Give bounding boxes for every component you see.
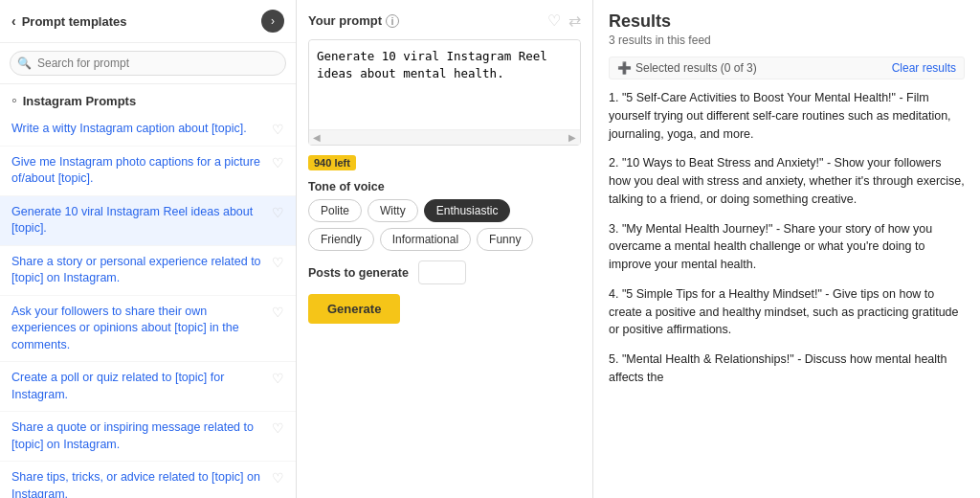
heart-icon[interactable]: ♡ [272, 305, 284, 320]
prompt-item-text: Share tips, tricks, or advice related to… [11, 469, 266, 498]
heart-icon[interactable]: ♡ [272, 205, 284, 220]
search-wrapper: 🔍 [10, 51, 286, 76]
clear-results-button[interactable]: Clear results [892, 61, 956, 75]
back-nav[interactable]: ‹ Prompt templates [11, 13, 126, 29]
prompt-header: Your prompt i ♡ ⇄ [308, 11, 581, 30]
results-title: Results [609, 11, 965, 32]
search-input[interactable] [10, 51, 286, 76]
tone-section: Tone of voice PoliteWittyEnthusiasticFri… [308, 180, 581, 251]
prompt-item[interactable]: Create a poll or quiz related to [topic]… [0, 362, 296, 412]
prompt-textarea[interactable]: Generate 10 viral Instagram Reel ideas a… [309, 40, 580, 126]
prompt-item[interactable]: Share a quote or inspiring message relat… [0, 412, 296, 462]
prompt-item-text: Generate 10 viral Instagram Reel ideas a… [11, 204, 266, 238]
tone-button-funny[interactable]: Funny [477, 228, 533, 251]
prompt-item[interactable]: Ask your followers to share their own ex… [0, 296, 296, 363]
prompt-actions: ♡ ⇄ [547, 11, 581, 30]
chars-left-wrapper: 940 left [308, 155, 581, 170]
results-panel: Results 3 results in this feed ➕ Selecte… [593, 0, 980, 498]
section-title: Instagram Prompts [23, 94, 136, 108]
shuffle-icon[interactable]: ⇄ [568, 11, 581, 30]
tone-button-informational[interactable]: Informational [380, 228, 471, 251]
selected-results-info: ➕ Selected results (0 of 3) [617, 61, 757, 75]
search-icon: 🔍 [17, 57, 32, 70]
scroll-left-indicator: ◀ [313, 132, 321, 143]
sidebar: ‹ Prompt templates › 🔍 ◦ Instagram Promp… [0, 0, 297, 498]
chars-left-badge: 940 left [308, 155, 356, 170]
results-list: 1. "5 Self-Care Activities to Boost Your… [609, 89, 965, 387]
selected-label: Selected results (0 of 3) [635, 61, 757, 75]
tone-button-friendly[interactable]: Friendly [308, 228, 374, 251]
result-item: 3. "My Mental Health Journey!" - Share y… [609, 220, 965, 274]
prompt-label: Your prompt [308, 13, 382, 28]
middle-panel: Your prompt i ♡ ⇄ Generate 10 viral Inst… [297, 0, 593, 498]
heart-icon[interactable]: ♡ [272, 371, 284, 386]
prompt-item[interactable]: Share a story or personal experience rel… [0, 246, 296, 296]
prompt-item-text: Create a poll or quiz related to [topic]… [11, 370, 266, 403]
heart-icon[interactable]: ♡ [272, 155, 284, 170]
prompt-textarea-wrapper: Generate 10 viral Instagram Reel ideas a… [308, 39, 581, 146]
prompt-item-text: Write a witty Instagram caption about [t… [11, 121, 266, 138]
generate-button[interactable]: Generate [308, 294, 400, 324]
back-icon: ‹ [11, 13, 16, 29]
prompt-item-text: Share a story or personal experience rel… [11, 254, 266, 287]
info-icon[interactable]: i [386, 14, 399, 28]
sidebar-title: Prompt templates [22, 14, 127, 29]
heart-icon[interactable]: ♡ [272, 255, 284, 270]
heart-icon[interactable]: ♡ [272, 470, 284, 486]
tone-label: Tone of voice [308, 180, 581, 193]
instagram-icon: ◦ [11, 92, 17, 109]
section-label: ◦ Instagram Prompts [0, 84, 296, 113]
result-item: 2. "10 Ways to Beat Stress and Anxiety!"… [609, 154, 965, 208]
posts-input[interactable]: 3 [418, 260, 466, 284]
tone-button-polite[interactable]: Polite [308, 199, 362, 222]
tone-button-witty[interactable]: Witty [368, 199, 418, 222]
result-item: 4. "5 Simple Tips for a Healthy Mindset!… [609, 285, 965, 339]
scroll-right-indicator: ▶ [568, 132, 576, 143]
heart-icon[interactable]: ♡ [272, 420, 284, 436]
results-toolbar: ➕ Selected results (0 of 3) Clear result… [609, 57, 965, 79]
result-item: 5. "Mental Health & Relationships!" - Di… [609, 351, 965, 387]
prompt-item-text: Ask your followers to share their own ex… [11, 304, 266, 354]
result-item: 1. "5 Self-Care Activities to Boost Your… [609, 89, 965, 143]
prompt-list: Write a witty Instagram caption about [t… [0, 113, 296, 498]
heart-icon[interactable]: ♡ [272, 122, 284, 137]
plus-icon[interactable]: ➕ [617, 61, 632, 75]
prompt-title-area: Your prompt i [308, 13, 399, 28]
sidebar-header: ‹ Prompt templates › [0, 0, 296, 43]
prompt-item-text: Give me Instagram photo captions for a p… [11, 154, 266, 188]
prompt-item[interactable]: Generate 10 viral Instagram Reel ideas a… [0, 196, 296, 246]
search-bar-container: 🔍 [0, 43, 296, 84]
posts-section: Posts to generate 3 [308, 260, 581, 284]
prompt-item-text: Share a quote or inspiring message relat… [11, 419, 266, 453]
sidebar-toggle-button[interactable]: › [261, 10, 284, 33]
prompt-item[interactable]: Give me Instagram photo captions for a p… [0, 147, 296, 196]
tone-buttons: PoliteWittyEnthusiasticFriendlyInformati… [308, 199, 581, 251]
tone-button-enthusiastic[interactable]: Enthusiastic [424, 199, 511, 222]
posts-label: Posts to generate [308, 266, 409, 280]
favorite-icon[interactable]: ♡ [547, 11, 561, 30]
results-count: 3 results in this feed [609, 34, 965, 47]
prompt-item[interactable]: Share tips, tricks, or advice related to… [0, 462, 296, 498]
prompt-item[interactable]: Write a witty Instagram caption about [t… [0, 113, 296, 147]
